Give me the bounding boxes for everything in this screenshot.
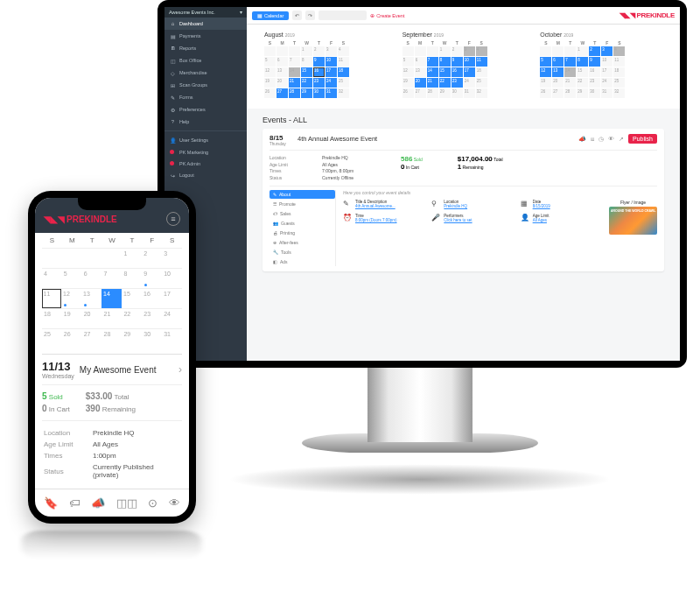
phone-day[interactable]: 28 — [102, 329, 122, 348]
calendar-day[interactable] — [427, 46, 438, 56]
calendar-day[interactable] — [415, 46, 426, 56]
calendar-day[interactable]: 2 — [589, 46, 600, 56]
calendar-day[interactable]: 19 — [402, 78, 414, 88]
calendar-day[interactable]: 7 — [427, 57, 438, 67]
calendar-day[interactable]: 6 — [276, 57, 288, 67]
sidebar-item-logout[interactable]: ↪Logout — [164, 169, 247, 181]
date-link[interactable]: 8/15/2019 — [533, 204, 550, 208]
calendar-day[interactable]: 23 — [589, 78, 600, 88]
calendar-day[interactable]: 26 — [402, 88, 414, 98]
calendar-day[interactable] — [540, 46, 551, 56]
sidebar-item-pk-admin[interactable]: PK Admin — [164, 158, 247, 169]
calendar-day[interactable]: 21 — [427, 78, 438, 88]
phone-day[interactable]: 6 — [82, 269, 102, 288]
clock-icon[interactable]: ◷ — [598, 136, 604, 143]
redo-button[interactable]: ↷ — [305, 11, 315, 20]
phone-day[interactable]: 9 — [142, 269, 162, 288]
calendar-day[interactable]: 25 — [338, 78, 349, 88]
calendar-day[interactable]: 5 — [264, 57, 276, 67]
phone-day[interactable]: 7 — [102, 269, 122, 288]
calendar-day[interactable]: 8 — [577, 57, 588, 67]
sidebar-item-help[interactable]: ?Help — [164, 116, 247, 128]
calendar-day[interactable]: 22 — [301, 78, 312, 88]
calendar-day[interactable]: 9 — [452, 57, 463, 67]
calendar-day[interactable] — [552, 46, 564, 56]
publish-button[interactable]: Publish — [628, 134, 657, 144]
calendar-day[interactable]: 17 — [464, 67, 475, 77]
calendar-day[interactable]: 4 — [476, 46, 487, 56]
phone-day[interactable]: 1 — [122, 249, 142, 268]
sidebar-item-merchandise[interactable]: ◇Merchandise — [164, 67, 247, 79]
event-tab-about[interactable]: ✎About — [270, 190, 335, 199]
calendar-day[interactable]: 24 — [601, 78, 612, 88]
phone-day[interactable]: 14 — [102, 289, 122, 308]
calendar-day[interactable]: 16 — [589, 67, 600, 77]
calendar-day[interactable]: 22 — [439, 78, 451, 88]
calendar-day[interactable]: 8 — [301, 57, 312, 67]
phone-day[interactable]: 15 — [122, 289, 142, 308]
calendar-day[interactable]: 21 — [289, 78, 300, 88]
calendar-day[interactable]: 25 — [476, 78, 487, 88]
calendar-day[interactable]: 10 — [326, 57, 337, 67]
phone-day[interactable]: 19 — [62, 309, 82, 328]
title-link[interactable]: 4th Annual Awesome... — [355, 204, 396, 208]
phone-day[interactable]: 20 — [82, 309, 102, 328]
phone-day[interactable]: 26 — [62, 329, 82, 348]
calendar-day[interactable]: 11 — [476, 57, 487, 67]
event-tab-tools[interactable]: 🔧Tools — [270, 248, 335, 257]
calendar-day[interactable]: 6 — [552, 57, 564, 67]
calendar-day[interactable]: 30 — [589, 88, 600, 98]
calendar-day[interactable]: 32 — [476, 88, 487, 98]
sidebar-item-user-settings[interactable]: 👤User Settings — [164, 134, 247, 146]
phone-day[interactable]: 25 — [42, 329, 62, 348]
time-link[interactable]: 8:00pm (Doors 7:00pm) — [355, 218, 397, 222]
calendar-day[interactable]: 25 — [613, 78, 625, 88]
phone-day[interactable]: 8 — [122, 269, 142, 288]
calendar-day[interactable]: 1 — [577, 46, 588, 56]
calendar-day[interactable]: 11 — [338, 57, 349, 67]
phone-day[interactable] — [62, 249, 82, 268]
event-tab-printing[interactable]: 🖨Printing — [270, 229, 335, 237]
calendar-day[interactable]: 24 — [464, 78, 475, 88]
calendar-day[interactable]: 16 — [313, 67, 325, 77]
calendar-day[interactable]: 12 — [540, 67, 551, 77]
calendar-day[interactable]: 1 — [439, 46, 451, 56]
calendar-day[interactable]: 8 — [439, 57, 451, 67]
calendar-day[interactable]: 30 — [452, 88, 463, 98]
dollar-icon[interactable]: ⊙ — [148, 496, 158, 510]
calendar-day[interactable]: 20 — [276, 78, 288, 88]
menu-button[interactable]: ≡ — [166, 212, 180, 226]
search-input[interactable] — [318, 11, 367, 20]
calendar-day[interactable]: 13 — [552, 67, 564, 77]
sidebar-item-dashboard[interactable]: ⌂Dashboard — [164, 18, 247, 30]
phone-day[interactable]: 31 — [162, 329, 182, 348]
calendar-day[interactable]: 14 — [427, 67, 438, 77]
calendar-day[interactable]: 12 — [402, 67, 414, 77]
calendar-day[interactable]: 23 — [313, 78, 325, 88]
calendar-day[interactable]: 27 — [415, 88, 426, 98]
calendar-day[interactable]: 10 — [464, 57, 475, 67]
calendar-day[interactable]: 32 — [338, 88, 349, 98]
calendar-day[interactable]: 7 — [564, 57, 576, 67]
calendar-day[interactable]: 3 — [464, 46, 475, 56]
calendar-day[interactable]: 17 — [326, 67, 337, 77]
calendar-day[interactable]: 29 — [577, 88, 588, 98]
chart-icon[interactable]: ⧇ — [591, 136, 594, 143]
calendar-day[interactable]: 2 — [313, 46, 325, 56]
calendar-day[interactable]: 15 — [439, 67, 451, 77]
tag-icon[interactable]: 🏷 — [69, 496, 80, 510]
calendar-day[interactable]: 29 — [439, 88, 451, 98]
phone-day[interactable] — [102, 249, 122, 268]
org-selector[interactable]: Awesome Events Inc. ▾ — [164, 7, 247, 18]
calendar-day[interactable]: 5 — [402, 57, 414, 67]
calendar-day[interactable]: 3 — [326, 46, 337, 56]
phone-day[interactable]: 12 — [61, 289, 81, 308]
calendar-day[interactable]: 24 — [326, 78, 337, 88]
event-tab-promote[interactable]: ☰Promote — [270, 200, 335, 208]
calendar-day[interactable]: 19 — [540, 78, 551, 88]
phone-day[interactable]: 23 — [142, 309, 162, 328]
phone-day[interactable]: 29 — [122, 329, 142, 348]
calendar-day[interactable] — [276, 46, 288, 56]
calendar-day[interactable]: 15 — [577, 67, 588, 77]
calendar-day[interactable]: 32 — [613, 88, 625, 98]
